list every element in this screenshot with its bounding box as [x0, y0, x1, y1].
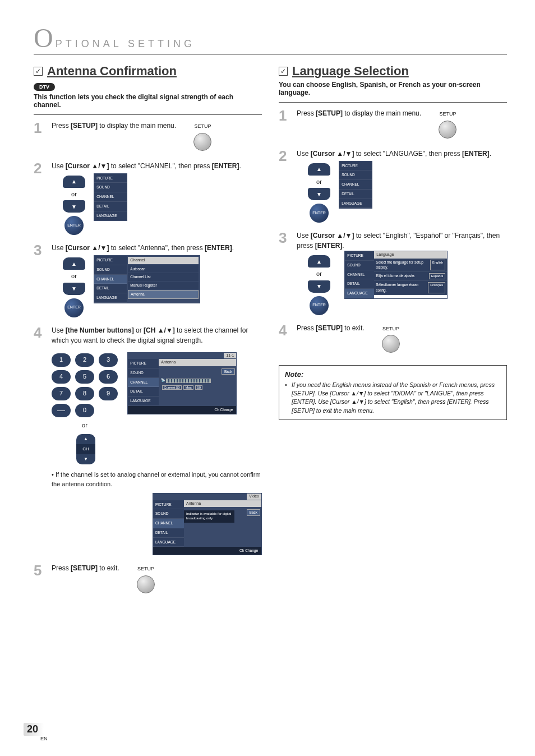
osd-item: DETAIL	[94, 202, 127, 211]
osd-item: DETAIL	[94, 284, 127, 293]
osd-channel-menu: PICTURE SOUND CHANNEL DETAIL LANGUAGE Ch…	[94, 255, 200, 303]
or-text: or	[316, 269, 322, 279]
osd-item: SOUND	[94, 183, 127, 192]
t: [SETUP]	[316, 109, 343, 117]
t: Press	[52, 122, 71, 130]
setup-button-icon	[439, 121, 456, 139]
osd-item: LANGUAGE	[94, 293, 127, 303]
step-2r: 2 Use [Cursor ▲/▼] to select "LANGUAGE",…	[279, 149, 507, 223]
setup-label: SETUP	[193, 123, 211, 131]
step-num: 3	[279, 231, 290, 315]
setup-remote: SETUP	[193, 121, 211, 153]
t: Press	[297, 109, 316, 117]
setup-remote: SETUP	[382, 323, 400, 356]
t: [the Number buttons]	[66, 326, 134, 334]
or-text: or	[71, 190, 77, 199]
t: [Cursor ▲/▼]	[311, 232, 354, 239]
t: [ENTER]	[212, 162, 239, 170]
signal-meter	[166, 379, 211, 383]
step-num: 4	[34, 325, 45, 556]
t: [Cursor ▲/▼]	[66, 244, 109, 252]
cursor-remote: ▲ or ▼ ENTER	[308, 255, 330, 315]
osd-antenna-video: Video PICTURE SOUND CHANNEL DETAIL LANGU…	[153, 493, 262, 555]
key-7: 7	[52, 387, 71, 400]
osd-back: Back	[222, 368, 235, 375]
key-6: 6	[99, 370, 118, 384]
osd-lang-opt: English	[430, 260, 446, 271]
max-val: 50	[195, 385, 202, 390]
osd-title: Channel	[128, 257, 199, 264]
osd-item: CHANNEL	[128, 378, 159, 388]
t: to display the main menu.	[343, 109, 421, 117]
osd-item: PICTURE	[94, 256, 127, 265]
osd-title: Language	[374, 251, 447, 259]
osd-item: CHANNEL	[345, 270, 374, 280]
osd-item: SOUND	[339, 170, 372, 180]
key-8: 8	[75, 387, 94, 400]
osd-item: DETAIL	[153, 528, 184, 538]
arrow-down-icon: ▼	[63, 200, 85, 213]
heading-rule	[34, 54, 507, 55]
osd-footer: Ch Change	[128, 406, 236, 414]
intro-right: You can choose English, Spanish, or Fren…	[279, 81, 507, 96]
step-num: 2	[34, 161, 45, 236]
osd-item: SOUND	[345, 261, 374, 270]
setup-button-icon	[193, 133, 211, 151]
key-9: 9	[99, 387, 118, 400]
step-2: 2 Use [Cursor ▲/▼] to select "CHANNEL", …	[34, 161, 262, 236]
arrow-up-icon: ▲	[63, 176, 85, 188]
step-num: 3	[34, 243, 45, 317]
setup-remote: SETUP	[439, 108, 456, 141]
check-icon: ✓	[34, 67, 43, 76]
osd-lang-opt: Français	[428, 282, 445, 293]
cursor-remote: ▲ or ▼ ENTER	[308, 163, 330, 223]
t: Press	[52, 564, 71, 572]
antenna-icon: 📡	[161, 379, 165, 382]
heading-dropcap: O	[34, 22, 53, 53]
t: [CH ▲/▼]	[144, 326, 175, 334]
osd-item: LANGUAGE	[345, 289, 374, 298]
key-2: 2	[75, 353, 94, 367]
note-body: If you need the English menus instead of…	[285, 381, 501, 415]
col-left: ✓ Antenna Confirmation DTV This function…	[34, 64, 262, 603]
note-title: Note:	[285, 370, 501, 379]
step-4r: 4 Press [SETUP] to exit. SETUP	[279, 323, 507, 356]
osd-item: Antenna	[128, 290, 199, 299]
key-3: 3	[99, 353, 118, 367]
page-heading: O PTIONAL SETTING	[34, 22, 507, 53]
t: Press	[297, 324, 316, 332]
step4-note: If the channel is set to analog channel …	[52, 470, 262, 488]
t: [ENTER]	[462, 150, 490, 158]
t: [Cursor ▲/▼]	[311, 150, 354, 158]
heading-text: PTIONAL SETTING	[56, 38, 195, 50]
osd-channel-tag: 11-1	[224, 353, 236, 359]
t: to exit.	[98, 564, 119, 572]
t: .	[490, 150, 491, 158]
step-rule	[279, 102, 507, 103]
setup-label: SETUP	[439, 110, 456, 118]
t: .	[342, 242, 344, 250]
osd-item: CHANNEL	[339, 180, 372, 190]
section-title-language: Language Selection	[292, 64, 409, 79]
page-lang: EN	[40, 736, 48, 741]
arrow-down-icon: ▼	[63, 283, 85, 295]
osd-item: LANGUAGE	[339, 199, 372, 209]
arrow-up-icon: ▲	[308, 255, 330, 268]
osd-item: SOUND	[153, 509, 184, 519]
section-title-antenna: Antenna Confirmation	[47, 64, 177, 79]
t: [ENTER]	[315, 242, 343, 250]
step-3r: 3 Use [Cursor ▲/▼] to select "English", …	[279, 231, 507, 315]
osd-lang-label: Sélectionner langue écran config.	[376, 282, 428, 293]
step-5: 5 Press [SETUP] to exit. SETUP	[34, 563, 262, 596]
setup-button-icon	[382, 335, 400, 353]
col-right: ✓ Language Selection You can choose Engl…	[279, 64, 507, 603]
arrow-down-icon: ▼	[308, 280, 330, 293]
osd-main-menu: PICTURE SOUND CHANNEL DETAIL LANGUAGE	[94, 173, 127, 222]
t: Use	[52, 326, 66, 334]
osd-item: CHANNEL	[153, 519, 184, 528]
t: Use	[297, 232, 311, 239]
osd-item: SOUND	[94, 265, 127, 275]
key-0: 0	[75, 404, 94, 417]
t: to display the main menu.	[98, 122, 176, 130]
step-num: 2	[279, 149, 290, 223]
